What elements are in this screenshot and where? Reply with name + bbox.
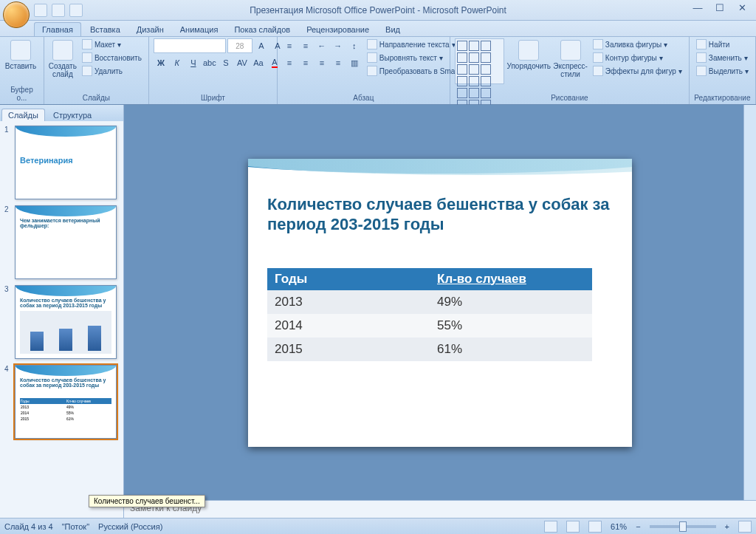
maximize-button[interactable]: ☐	[709, 0, 731, 15]
outline-icon	[593, 52, 603, 63]
bold-button[interactable]: Ж	[154, 55, 168, 70]
zoom-level[interactable]: 61%	[611, 522, 627, 531]
minimize-button[interactable]: —	[687, 0, 709, 15]
thumbnail-tooltip: Количество случаев бешенст...	[89, 495, 205, 507]
normal-view-button[interactable]	[544, 521, 557, 533]
find-button[interactable]: Найти	[694, 38, 751, 50]
pane-tab-slides[interactable]: Слайды	[1, 109, 45, 121]
font-family-combo[interactable]	[154, 38, 226, 53]
ribbon: Вставить Буфер о... Создать слайд Макет …	[0, 37, 756, 105]
tab-insert[interactable]: Вставка	[83, 23, 128, 36]
select-button[interactable]: Выделить ▾	[694, 65, 751, 77]
quick-styles-icon	[560, 40, 581, 61]
table-header-cases: Кл-во случаев	[430, 268, 592, 290]
slideshow-view-button[interactable]	[588, 521, 602, 533]
group-clipboard: Буфер о...	[4, 85, 39, 103]
group-paragraph: Абзац	[282, 93, 445, 103]
char-spacing-button[interactable]: AV	[235, 55, 250, 70]
slides-panel: Слайды Структура 1 Ветеринария 2 Чем зан…	[0, 105, 124, 518]
office-button[interactable]	[3, 1, 30, 28]
shape-fill-button[interactable]: Заливка фигуры ▾	[591, 38, 684, 50]
smartart-icon	[367, 66, 377, 76]
slide-title[interactable]: Количество случаев бешенства у собак за …	[267, 194, 613, 235]
align-right-button[interactable]: ≡	[315, 55, 329, 70]
numbering-button[interactable]: ≡	[298, 38, 313, 53]
shadow-button[interactable]: S	[219, 55, 233, 70]
quick-access-toolbar	[34, 4, 83, 17]
italic-button[interactable]: К	[170, 55, 185, 70]
shape-outline-button[interactable]: Контур фигуры ▾	[591, 52, 684, 64]
decrease-indent-button[interactable]: ←	[315, 38, 329, 53]
paste-icon	[10, 40, 31, 61]
align-left-button[interactable]: ≡	[282, 55, 297, 70]
slide-canvas: Количество случаев бешенства у собак за …	[124, 105, 756, 518]
delete-icon	[82, 66, 92, 76]
strike-button[interactable]: abc	[202, 55, 217, 70]
redo-icon[interactable]	[69, 4, 83, 17]
line-spacing-button[interactable]: ↕	[347, 38, 362, 53]
zoom-out-button[interactable]: −	[636, 522, 640, 531]
group-drawing: Рисование	[455, 93, 684, 103]
new-slide-icon	[52, 40, 73, 61]
tab-home[interactable]: Главная	[34, 22, 81, 36]
table-header-years: Годы	[267, 268, 430, 290]
shape-effects-button[interactable]: Эффекты для фигур ▾	[591, 65, 684, 77]
group-font: Шрифт	[154, 93, 272, 103]
slide-decoration	[248, 159, 632, 190]
font-size-combo[interactable]: 28	[227, 38, 252, 53]
tab-review[interactable]: Рецензирование	[299, 23, 377, 36]
reset-icon	[82, 52, 92, 63]
tab-view[interactable]: Вид	[378, 23, 408, 36]
sorter-view-button[interactable]	[566, 521, 580, 533]
save-icon[interactable]	[34, 4, 47, 17]
ribbon-tabs: Главная Вставка Дизайн Анимация Показ сл…	[0, 21, 756, 37]
paste-button[interactable]: Вставить	[4, 38, 37, 70]
thumbnail-1[interactable]: 1 Ветеринария	[4, 126, 119, 199]
select-icon	[696, 66, 707, 76]
thumbnail-2[interactable]: 2 Чем занимается ветеринарный фельдшер:	[4, 205, 119, 279]
effects-icon	[593, 66, 603, 76]
layout-button[interactable]: Макет ▾	[80, 38, 144, 50]
quick-styles-button[interactable]: Экспресс-стили	[553, 38, 588, 78]
titlebar: Презентация Microsoft Office PowerPoint …	[0, 0, 756, 21]
underline-button[interactable]: Ч	[186, 55, 201, 70]
zoom-slider[interactable]	[650, 525, 716, 528]
notes-pane[interactable]: Заметки к слайду	[124, 500, 756, 518]
fit-to-window-button[interactable]	[738, 521, 752, 533]
tab-design[interactable]: Дизайн	[129, 23, 171, 36]
columns-button[interactable]: ▥	[347, 55, 362, 70]
delete-button[interactable]: Удалить	[80, 65, 144, 77]
close-button[interactable]: ✕	[731, 0, 753, 15]
tab-animation[interactable]: Анимация	[173, 23, 226, 36]
slide-table[interactable]: Годы Кл-во случаев 2013 49% 2014 55% 201…	[267, 268, 592, 361]
arrange-button[interactable]: Упорядочить	[507, 38, 550, 70]
shapes-gallery[interactable]	[455, 38, 504, 84]
table-row: 2015 61%	[267, 338, 592, 361]
grow-font-icon[interactable]: A	[254, 38, 269, 53]
bullets-button[interactable]: ≡	[282, 38, 297, 53]
tab-slideshow[interactable]: Показ слайдов	[227, 23, 298, 36]
slide[interactable]: Количество случаев бешенства у собак за …	[248, 159, 632, 447]
increase-indent-button[interactable]: →	[331, 38, 346, 53]
thumbnail-3[interactable]: 3 Количество случаев бешенства у собак з…	[4, 285, 119, 359]
arrange-icon	[518, 40, 539, 61]
status-slide-count: Слайд 4 из 4	[4, 522, 53, 531]
fill-icon	[593, 39, 603, 49]
justify-button[interactable]: ≡	[331, 55, 346, 70]
thumbnail-4[interactable]: 4 Количество случаев бешенства у собак з…	[4, 365, 119, 439]
window-title: Презентация Microsoft Office PowerPoint …	[250, 5, 506, 16]
zoom-in-button[interactable]: +	[725, 522, 729, 531]
thumbnail-list: 1 Ветеринария 2 Чем занимается ветеринар…	[0, 121, 123, 518]
group-slides: Слайды	[49, 93, 144, 103]
replace-button[interactable]: Заменить ▾	[694, 52, 751, 64]
find-icon	[696, 39, 707, 49]
pane-tab-outline[interactable]: Структура	[47, 109, 98, 121]
vertical-scrollbar[interactable]	[743, 105, 756, 500]
undo-icon[interactable]	[52, 4, 65, 17]
reset-button[interactable]: Восстановить	[80, 52, 144, 64]
status-language[interactable]: Русский (Россия)	[98, 522, 162, 531]
align-center-button[interactable]: ≡	[298, 55, 313, 70]
change-case-button[interactable]: Aa	[251, 55, 266, 70]
statusbar: Слайд 4 из 4 "Поток" Русский (Россия) 61…	[0, 518, 756, 534]
new-slide-button[interactable]: Создать слайд	[49, 38, 77, 78]
